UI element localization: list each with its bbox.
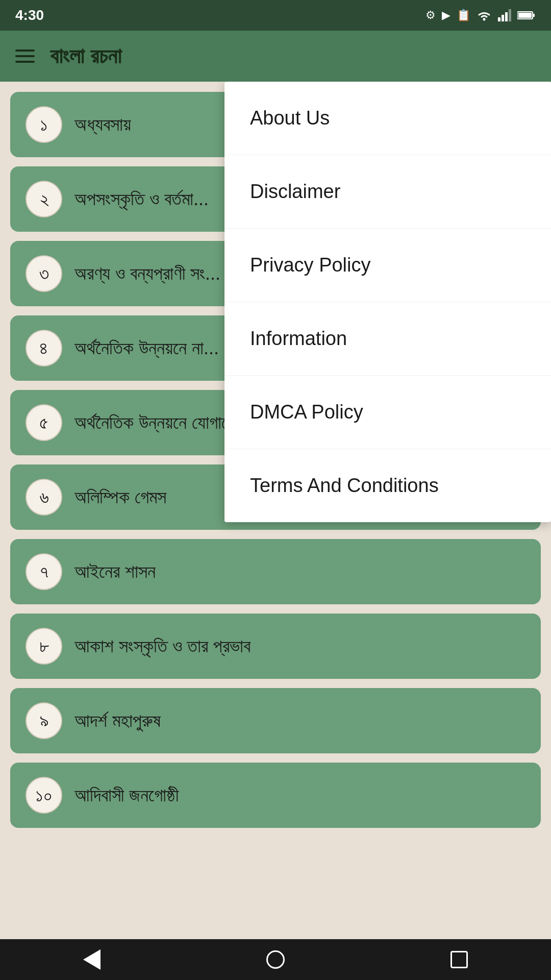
svg-rect-1 [498,17,500,21]
recent-square-icon [450,951,468,968]
item-number-4: ৪ [26,330,62,366]
list-item[interactable]: ৯ আদর্শ মহাপুরুষ [10,688,541,753]
item-text-4: অর্থনৈতিক উন্নয়নে না... [74,337,219,359]
svg-rect-4 [509,9,511,21]
item-number-8: ৮ [26,628,62,665]
play-icon: ▶ [442,9,450,22]
wifi-icon [477,10,492,21]
hamburger-line-3 [15,61,35,63]
item-text-1: অধ্যবসায় [74,114,131,135]
item-text-2: অপসংস্কৃতি ও বর্তমা... [74,188,209,210]
nav-home-button[interactable] [260,944,291,975]
battery-icon [517,10,536,20]
item-number-6: ৬ [26,479,62,516]
signal-icon [498,9,511,21]
svg-point-0 [483,18,486,21]
app-bar: বাংলা রচনা [0,31,551,82]
home-circle-icon [266,950,285,969]
list-item[interactable]: ১০ আদিবাসী জনগোষ্ঠী [10,763,541,828]
hamburger-line-2 [15,55,35,57]
item-text-3: অরণ্য ও বন্যপ্রাণী সং... [74,263,220,284]
dropdown-item-terms-and-conditions[interactable]: Terms And Conditions [224,449,551,522]
item-text-9: আদর্শ মহাপুরুষ [74,710,161,731]
item-text-10: আদিবাসী জনগোষ্ঠী [74,785,179,806]
status-time: 4:30 [15,7,44,23]
item-number-3: ৩ [26,255,62,292]
dropdown-menu: About Us Disclaimer Privacy Policy Infor… [224,82,551,522]
dropdown-item-privacy-policy[interactable]: Privacy Policy [224,229,551,302]
svg-rect-3 [505,12,508,21]
status-icons: ⚙ ▶ 📋 [425,9,536,22]
item-text-7: আইনের শাসন [74,561,156,582]
dropdown-item-disclaimer[interactable]: Disclaimer [224,155,551,229]
nav-back-button[interactable] [77,944,107,975]
dropdown-item-about-us[interactable]: About Us [224,82,551,155]
app-title: বাংলা রচনা [50,44,121,68]
item-number-7: ৭ [26,553,62,590]
back-triangle-icon [83,949,101,970]
svg-rect-7 [518,13,532,18]
main-content: ১ অধ্যবসায় ২ অপসংস্কৃতি ও বর্তমা... ৩ অ… [0,82,551,939]
clipboard-icon: 📋 [457,9,470,22]
list-item[interactable]: ৮ আকাশ সংস্কৃতি ও তার প্রভাব [10,614,541,679]
item-text-6: অলিম্পিক গেমস [74,486,166,508]
list-item[interactable]: ৭ আইনের শাসন [10,539,541,604]
item-text-8: আকাশ সংস্কৃতি ও তার প্রভাব [74,635,251,657]
item-number-2: ২ [26,181,62,217]
settings-icon: ⚙ [425,9,436,22]
item-number-10: ১০ [26,777,62,814]
dropdown-item-dmca-policy[interactable]: DMCA Policy [224,376,551,449]
item-number-1: ১ [26,106,62,143]
nav-recent-button[interactable] [444,944,474,975]
status-bar: 4:30 ⚙ ▶ 📋 [0,0,551,31]
dropdown-item-information[interactable]: Information [224,302,551,376]
item-number-5: ৫ [26,404,62,441]
item-number-9: ৯ [26,702,62,739]
hamburger-line-1 [15,50,35,52]
svg-rect-2 [502,15,504,21]
bottom-nav [0,939,551,980]
svg-rect-6 [533,14,535,17]
hamburger-menu[interactable] [15,50,35,63]
